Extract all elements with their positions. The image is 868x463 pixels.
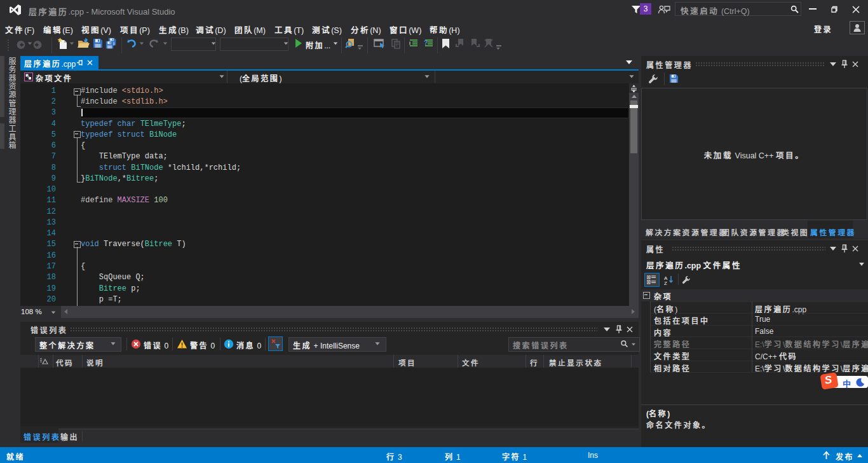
svg-text:?: ? bbox=[424, 39, 428, 46]
svg-text:Z: Z bbox=[664, 280, 667, 285]
